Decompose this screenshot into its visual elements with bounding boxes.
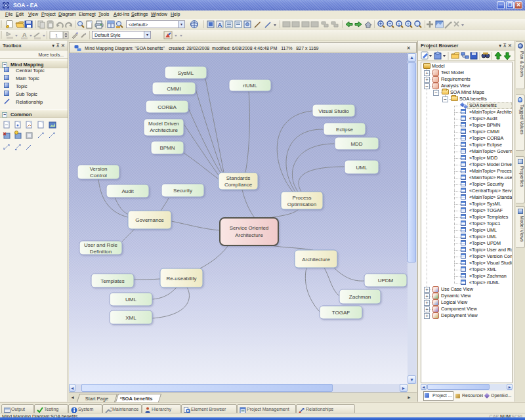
svg-text:UML: UML bbox=[356, 165, 368, 171]
svg-text:Security: Security bbox=[173, 188, 192, 194]
svg-text:MDD: MDD bbox=[350, 141, 362, 147]
svg-text:Control: Control bbox=[90, 173, 107, 178]
svg-text:Eclipse: Eclipse bbox=[336, 127, 353, 133]
svg-text:CORBA: CORBA bbox=[158, 104, 177, 110]
svg-text:1: 1 bbox=[55, 33, 58, 39]
svg-text:Version: Version bbox=[90, 166, 108, 172]
svg-text:UPDM: UPDM bbox=[378, 278, 394, 284]
svg-text:Optimisation: Optimisation bbox=[287, 201, 316, 207]
svg-text:Visual Studio: Visual Studio bbox=[318, 108, 349, 114]
svg-text:Standards: Standards bbox=[226, 175, 250, 181]
svg-text:UML: UML bbox=[125, 297, 136, 303]
svg-text:Architecture: Architecture bbox=[302, 257, 330, 262]
svg-text:Compliance: Compliance bbox=[224, 182, 253, 188]
svg-text:XML: XML bbox=[125, 315, 136, 321]
svg-text:TOGAF: TOGAF bbox=[332, 310, 350, 316]
svg-text:Governance: Governance bbox=[135, 217, 164, 223]
svg-text:Architecture: Architecture bbox=[235, 232, 263, 238]
svg-text:A: A bbox=[22, 32, 27, 38]
svg-text:Service Oriented: Service Oriented bbox=[230, 225, 269, 231]
svg-text:Audit: Audit bbox=[121, 188, 134, 194]
svg-text:Zachman: Zachman bbox=[349, 294, 371, 300]
svg-text:Definition: Definition bbox=[90, 249, 112, 255]
svg-text:CMMI: CMMI bbox=[167, 86, 180, 92]
svg-text:Architecture: Architecture bbox=[150, 127, 178, 133]
svg-text:User and Role: User and Role bbox=[84, 242, 118, 248]
svg-text:Templates: Templates bbox=[100, 278, 124, 284]
svg-text:Re-useability: Re-useability bbox=[166, 276, 196, 282]
svg-text:A: A bbox=[218, 22, 222, 28]
svg-text:BPMN: BPMN bbox=[159, 145, 175, 151]
svg-text:rtUML: rtUML bbox=[243, 83, 257, 89]
svg-text:SysML: SysML bbox=[178, 70, 194, 76]
svg-text:Model Driven: Model Driven bbox=[148, 121, 179, 127]
svg-text:Process: Process bbox=[293, 195, 312, 201]
